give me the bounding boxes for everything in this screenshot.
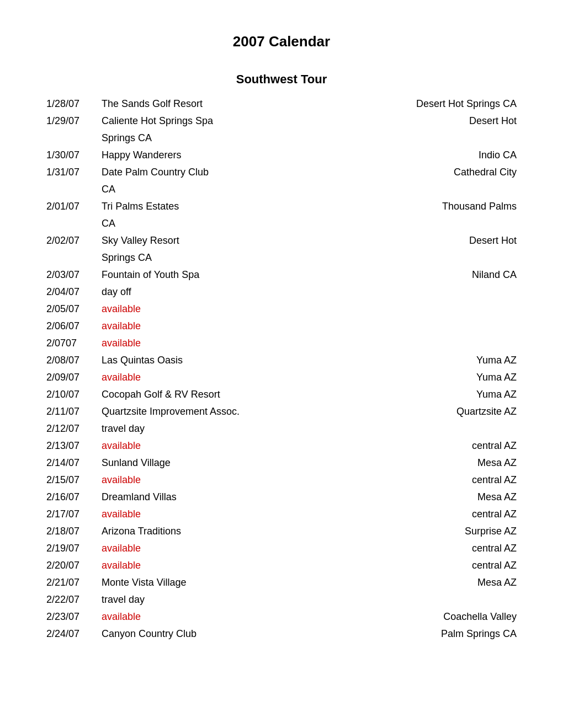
table-row: 1/31/07Date Palm Country ClubCathedral C… — [44, 164, 519, 181]
entry-location: Mesa AZ — [287, 489, 519, 506]
entry-venue: day off — [99, 283, 287, 301]
entry-location: Coachella Valley — [287, 608, 519, 625]
entry-location-wrap: CA — [99, 215, 519, 232]
empty-cell — [44, 215, 99, 232]
entry-location — [287, 283, 519, 301]
entry-date: 2/24/07 — [44, 625, 99, 643]
entry-location: Palm Springs CA — [287, 625, 519, 643]
entry-location: Indio CA — [287, 147, 519, 164]
entry-date: 2/23/07 — [44, 608, 99, 625]
entry-location: Surprise AZ — [287, 523, 519, 540]
empty-cell — [44, 181, 99, 198]
table-row: 2/09/07availableYuma AZ — [44, 369, 519, 386]
table-row-wrap: Springs CA — [44, 249, 519, 266]
entry-date: 2/13/07 — [44, 437, 99, 454]
entry-date: 2/19/07 — [44, 540, 99, 557]
entry-date: 2/20/07 — [44, 557, 99, 574]
entry-date: 2/09/07 — [44, 369, 99, 386]
table-row: 2/08/07Las Quintas OasisYuma AZ — [44, 352, 519, 369]
entry-location: Yuma AZ — [287, 386, 519, 403]
entry-venue: Date Palm Country Club — [99, 164, 287, 181]
entry-venue: available — [99, 318, 287, 335]
entry-venue: Canyon Country Club — [99, 625, 287, 643]
entry-date: 2/0707 — [44, 335, 99, 352]
entry-venue: available — [99, 557, 287, 574]
table-row: 2/13/07availablecentral AZ — [44, 437, 519, 454]
entry-location: Yuma AZ — [287, 369, 519, 386]
table-row: 2/16/07Dreamland VillasMesa AZ — [44, 489, 519, 506]
entry-venue: Cocopah Golf & RV Resort — [99, 386, 287, 403]
table-row: 2/11/07Quartzsite Improvement Assoc.Quar… — [44, 403, 519, 420]
table-row: 2/24/07Canyon Country ClubPalm Springs C… — [44, 625, 519, 643]
entry-venue: available — [99, 369, 287, 386]
empty-cell — [44, 130, 99, 147]
table-row: 2/23/07availableCoachella Valley — [44, 608, 519, 625]
entry-date: 1/28/07 — [44, 95, 99, 113]
table-row: 2/15/07availablecentral AZ — [44, 472, 519, 489]
calendar-table: 1/28/07The Sands Golf ResortDesert Hot S… — [44, 95, 519, 643]
entry-venue: available — [99, 335, 287, 352]
table-row: 2/20/07availablecentral AZ — [44, 557, 519, 574]
entry-date: 2/11/07 — [44, 403, 99, 420]
entry-date: 2/22/07 — [44, 591, 99, 608]
table-row: 1/29/07Caliente Hot Springs SpaDesert Ho… — [44, 113, 519, 130]
entry-location: Cathedral City — [287, 164, 519, 181]
entry-venue: Sunland Village — [99, 454, 287, 472]
entry-venue: Arizona Traditions — [99, 523, 287, 540]
entry-location: Desert Hot Springs CA — [287, 95, 519, 113]
entry-location: Desert Hot — [287, 113, 519, 130]
entry-date: 2/15/07 — [44, 472, 99, 489]
entry-date: 2/14/07 — [44, 454, 99, 472]
entry-location — [287, 301, 519, 318]
entry-venue: available — [99, 540, 287, 557]
entry-venue: Sky Valley Resort — [99, 232, 287, 249]
entry-date: 2/10/07 — [44, 386, 99, 403]
entry-date: 1/31/07 — [44, 164, 99, 181]
empty-cell — [44, 249, 99, 266]
entry-date: 2/06/07 — [44, 318, 99, 335]
table-row: 2/06/07available — [44, 318, 519, 335]
table-row: 2/21/07Monte Vista VillageMesa AZ — [44, 574, 519, 591]
table-row: 2/10/07Cocopah Golf & RV ResortYuma AZ — [44, 386, 519, 403]
table-row: 1/30/07Happy WanderersIndio CA — [44, 147, 519, 164]
table-row: 2/04/07day off — [44, 283, 519, 301]
table-row: 2/22/07travel day — [44, 591, 519, 608]
table-row: 2/02/07Sky Valley ResortDesert Hot — [44, 232, 519, 249]
entry-date: 2/08/07 — [44, 352, 99, 369]
entry-location: Mesa AZ — [287, 454, 519, 472]
entry-date: 2/16/07 — [44, 489, 99, 506]
entry-location — [287, 335, 519, 352]
entry-date: 2/01/07 — [44, 198, 99, 215]
entry-location-wrap: CA — [99, 181, 519, 198]
entry-date: 2/12/07 — [44, 420, 99, 437]
entry-location: Quartzsite AZ — [287, 403, 519, 420]
entry-date: 2/05/07 — [44, 301, 99, 318]
table-row: 2/12/07travel day — [44, 420, 519, 437]
entry-location — [287, 420, 519, 437]
entry-location: central AZ — [287, 437, 519, 454]
table-row: 1/28/07The Sands Golf ResortDesert Hot S… — [44, 95, 519, 113]
entry-location: Yuma AZ — [287, 352, 519, 369]
entry-venue: available — [99, 506, 287, 523]
entry-venue: available — [99, 608, 287, 625]
entry-date: 1/30/07 — [44, 147, 99, 164]
section-title: Southwest Tour — [44, 72, 519, 87]
table-row-wrap: CA — [44, 181, 519, 198]
entry-venue: Las Quintas Oasis — [99, 352, 287, 369]
entry-location — [287, 318, 519, 335]
entry-venue: Monte Vista Village — [99, 574, 287, 591]
entry-date: 2/21/07 — [44, 574, 99, 591]
entry-location: central AZ — [287, 506, 519, 523]
table-row: 2/19/07availablecentral AZ — [44, 540, 519, 557]
entry-date: 2/18/07 — [44, 523, 99, 540]
entry-venue: Caliente Hot Springs Spa — [99, 113, 287, 130]
entry-location: central AZ — [287, 472, 519, 489]
table-row-wrap: CA — [44, 215, 519, 232]
table-row: 2/03/07Fountain of Youth SpaNiland CA — [44, 266, 519, 283]
page-title: 2007 Calendar — [44, 33, 519, 50]
entry-location-wrap: Springs CA — [99, 130, 519, 147]
entry-location-wrap: Springs CA — [99, 249, 519, 266]
entry-location: Desert Hot — [287, 232, 519, 249]
entry-date: 1/29/07 — [44, 113, 99, 130]
entry-date: 2/17/07 — [44, 506, 99, 523]
